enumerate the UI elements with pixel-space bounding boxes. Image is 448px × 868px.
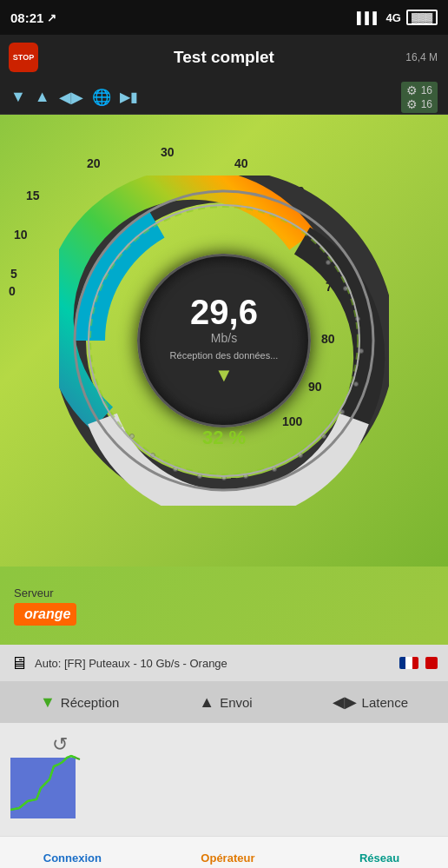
scale-0: 0 bbox=[9, 284, 16, 298]
scale-15: 15 bbox=[26, 189, 40, 202]
operateur-label: Opérateur bbox=[201, 851, 254, 865]
envoi-icon: ▲ bbox=[199, 693, 214, 712]
scale-5: 5 bbox=[10, 267, 17, 281]
badge-container: ⚙ 16 ⚙ 16 bbox=[401, 82, 438, 113]
server-icon: 🖥 bbox=[10, 653, 28, 673]
badge-icon-1: ⚙ bbox=[406, 83, 418, 97]
globe-icon[interactable]: 🌐 bbox=[92, 88, 111, 107]
latence-icon: ◀▶ bbox=[333, 692, 357, 712]
speed-unit: Mb/s bbox=[211, 331, 237, 345]
nav-envoi[interactable]: ▲ Envoi bbox=[199, 693, 252, 712]
toolbar: ▼ ▲ ◀▶ 🌐 ▶▮ ⚙ 16 ⚙ 16 bbox=[0, 80, 448, 115]
time-label: 08:21 bbox=[10, 10, 43, 25]
badge-value-1: 16 bbox=[421, 84, 432, 96]
info-reseau: Réseau Cellulaire bbox=[354, 851, 405, 869]
envoi-label: Envoi bbox=[220, 695, 253, 710]
scale-40: 40 bbox=[234, 156, 248, 170]
stop-button[interactable]: STOP bbox=[9, 43, 38, 72]
size-label: 16,4 M bbox=[405, 51, 438, 63]
reception-label: Réception bbox=[61, 695, 120, 710]
status-right: ▌▌▌ 4G ▓▓▓ bbox=[357, 10, 438, 25]
gauge-container: 29,6 Mb/s Réception des données... ▼ 32 … bbox=[59, 176, 389, 506]
chart-area: ↺ bbox=[0, 723, 448, 836]
location-icon: ↗ bbox=[47, 11, 56, 24]
scale-10: 10 bbox=[14, 228, 28, 242]
speed-chart bbox=[10, 740, 115, 818]
svg-point-3 bbox=[344, 287, 348, 291]
status-left: 08:21 ↗ bbox=[10, 10, 56, 25]
scale-20: 20 bbox=[87, 156, 101, 170]
svg-point-2 bbox=[326, 261, 331, 265]
speed-value: 29,6 bbox=[190, 295, 258, 329]
latence-label: Latence bbox=[362, 695, 408, 710]
latency-icon[interactable]: ◀▶ bbox=[59, 88, 83, 107]
gauge-area: 5 10 0 15 20 30 40 50 60 70 80 90 100 50… bbox=[0, 115, 448, 567]
flag-fr bbox=[399, 657, 418, 669]
download-icon[interactable]: ▼ bbox=[10, 88, 26, 106]
svg-rect-19 bbox=[10, 758, 76, 818]
server-info-bar: 🖥 Auto: [FR] Puteaux - 10 Gb/s - Orange bbox=[0, 645, 448, 681]
server-info-text: Auto: [FR] Puteaux - 10 Gb/s - Orange bbox=[35, 657, 392, 670]
scale-30: 30 bbox=[161, 145, 175, 159]
badge-icon-2: ⚙ bbox=[406, 97, 418, 111]
badge-value-2: 16 bbox=[421, 98, 432, 110]
title-bar: STOP Test complet 16,4 M bbox=[0, 35, 448, 80]
badge-row-2: ⚙ 16 bbox=[406, 97, 432, 111]
bottom-nav: ▼ Réception ▲ Envoi ◀▶ Latence bbox=[0, 681, 448, 723]
status-bar: 08:21 ↗ ▌▌▌ 4G ▓▓▓ bbox=[0, 0, 448, 35]
flag-small bbox=[425, 657, 438, 669]
connexion-label: Connexion bbox=[43, 851, 102, 865]
nav-latence[interactable]: ◀▶ Latence bbox=[333, 692, 408, 712]
info-operateur: Opérateur Orange Mobile bbox=[188, 851, 267, 869]
svg-point-6 bbox=[354, 382, 359, 387]
signal-icon: ▌▌▌ bbox=[357, 11, 381, 24]
page-title: Test complet bbox=[174, 48, 274, 67]
reception-icon: ▼ bbox=[40, 693, 56, 712]
network-label: 4G bbox=[386, 11, 401, 24]
gauge-status: Réception des données... bbox=[170, 350, 279, 361]
reseau-label: Réseau bbox=[359, 851, 399, 865]
battery-icon: ▓▓▓ bbox=[406, 10, 438, 25]
badge-row-1: ⚙ 16 bbox=[406, 83, 432, 97]
info-connexion: Connexion 4G (LTE) bbox=[43, 851, 102, 869]
upload-icon[interactable]: ▲ bbox=[35, 88, 50, 106]
video-icon[interactable]: ▶▮ bbox=[120, 89, 138, 105]
gauge-arrow-icon: ▼ bbox=[214, 364, 234, 387]
gauge-display: 29,6 Mb/s Réception des données... ▼ bbox=[137, 254, 311, 427]
orange-logo: orange bbox=[14, 603, 76, 626]
info-footer: Connexion 4G (LTE) Opérateur Orange Mobi… bbox=[0, 836, 448, 868]
nav-reception[interactable]: ▼ Réception bbox=[40, 693, 119, 712]
server-area: Serveur orange bbox=[0, 567, 448, 645]
server-label: Serveur bbox=[14, 586, 434, 600]
percent-label: 32 % bbox=[202, 427, 246, 449]
